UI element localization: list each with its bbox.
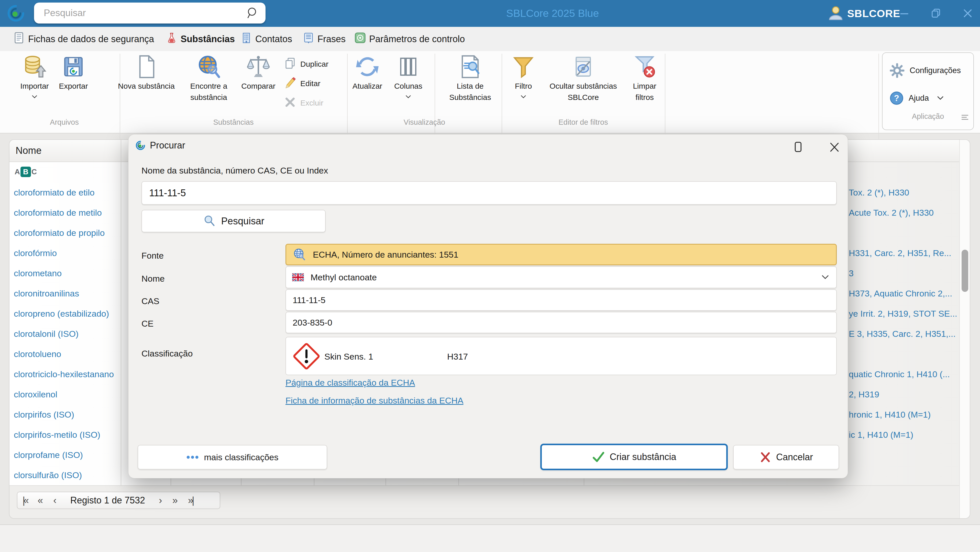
chevron-down-icon — [937, 95, 944, 101]
importar-button[interactable]: Importar — [13, 54, 56, 104]
delete-x-icon — [284, 96, 300, 110]
fonte-label: Fonte — [142, 251, 164, 261]
classificacao-label: Classificação — [142, 349, 192, 358]
tab-substancias[interactable]: Substâncias — [166, 27, 235, 51]
search-icon[interactable] — [245, 6, 258, 20]
restore-button[interactable] — [927, 6, 945, 21]
next-record-button[interactable]: › — [154, 495, 167, 506]
fonte-field[interactable]: ECHA, Número de anunciantes: 1551 — [285, 244, 837, 265]
aplicacao-group: Configurações ? Ajuda Aplicação — [882, 52, 974, 130]
classification-hcode: H317 — [447, 337, 468, 376]
column-divider — [385, 478, 386, 485]
encontre-substancia-button[interactable]: Encontre a substância — [183, 54, 234, 102]
tab-parametros[interactable]: Parâmetros de controlo — [354, 27, 465, 51]
column-divider — [314, 478, 314, 485]
record-pager: |« « ‹ Registo 1 de 7532 › » »| — [17, 492, 220, 509]
ribbon: Importar Exportar Nova substância Encont… — [0, 51, 980, 133]
comparar-button[interactable]: Comparar — [235, 54, 282, 104]
duplicar-button[interactable]: Duplicar — [284, 57, 328, 71]
control-target-icon — [354, 32, 369, 46]
column-divider — [121, 140, 121, 485]
cas-value: 111-11-5 — [293, 295, 326, 305]
fast-next-button[interactable]: » — [167, 495, 183, 506]
ajuda-button[interactable]: ? Ajuda — [889, 91, 944, 106]
chevron-down-icon — [504, 92, 542, 104]
ghs07-pictogram-icon — [293, 343, 320, 371]
scrollbar-thumb[interactable] — [962, 250, 968, 292]
tab-label: Parâmetros de controlo — [369, 34, 465, 44]
dialog-titlebar: Procurar — [135, 140, 185, 151]
refresh-icon — [346, 54, 389, 80]
red-x-icon — [759, 451, 772, 463]
lista-substancias-button[interactable]: Lista de Substâncias — [441, 54, 500, 102]
dialog-maximize-button[interactable] — [792, 141, 804, 155]
import-database-icon — [13, 54, 56, 80]
chevron-down-icon — [13, 92, 56, 104]
classification-box: Skin Sens. 1 H317 — [285, 337, 837, 375]
gear-icon — [889, 63, 905, 78]
column-divider — [584, 478, 584, 485]
column-header-nome[interactable]: Nome — [16, 140, 41, 162]
ce-value: 203-835-0 — [293, 318, 332, 328]
editar-button[interactable]: Editar — [284, 76, 320, 91]
echa-classification-link[interactable]: Página de classificação da ECHA — [285, 378, 415, 388]
first-record-button[interactable]: |« — [18, 495, 32, 506]
clear-filter-icon — [625, 54, 664, 80]
classification-name: Skin Sens. 1 — [325, 337, 373, 376]
exportar-button[interactable]: Exportar — [52, 54, 95, 104]
tab-frases[interactable]: Frases — [302, 27, 345, 51]
global-search-input[interactable] — [43, 7, 245, 19]
svg-text:?: ? — [894, 93, 899, 103]
group-label-arquivos: Arquivos — [9, 118, 120, 127]
dialog-close-button[interactable] — [829, 141, 840, 155]
app-logo-icon — [6, 3, 25, 24]
fast-prev-button[interactable]: « — [32, 495, 48, 506]
nome-value: Methyl octanoate — [310, 273, 377, 282]
user-avatar-icon — [828, 5, 844, 22]
record-counter: Registo 1 de 7532 — [62, 495, 154, 506]
tab-fichas-de-dados[interactable]: Fichas de dados de segurança — [13, 27, 154, 51]
query-input[interactable] — [149, 187, 830, 199]
nome-dropdown[interactable]: Methyl octanoate — [285, 266, 837, 288]
excluir-button: Excluir — [284, 95, 323, 110]
procurar-dialog: Procurar Nome da substância, número CAS,… — [128, 134, 848, 478]
check-icon — [592, 450, 605, 463]
configuracoes-button[interactable]: Configurações — [889, 63, 961, 78]
group-label-editor-filtros: Editor de filtros — [502, 118, 665, 127]
user-account[interactable]: SBLCORE — [828, 5, 900, 22]
limpar-filtros-button[interactable]: Limpar filtros — [625, 54, 664, 102]
cancelar-button[interactable]: Cancelar — [733, 445, 839, 470]
minimize-button[interactable] — [895, 6, 913, 21]
search-icon — [203, 214, 216, 228]
tab-label: Contatos — [255, 34, 292, 44]
group-options-icon[interactable] — [961, 114, 969, 122]
window-title: SBLCore 2025 Blue — [455, 0, 650, 27]
filtro-button[interactable]: Filtro — [504, 54, 542, 104]
globe-search-icon — [183, 54, 234, 80]
module-tabbar: Fichas de dados de segurança Substâncias… — [0, 27, 980, 51]
atualizar-button[interactable]: Atualizar — [346, 54, 389, 104]
pencil-icon — [284, 77, 300, 91]
uk-flag-icon — [292, 273, 304, 281]
ce-field[interactable]: 203-835-0 — [285, 312, 837, 333]
pesquisar-button[interactable]: Pesquisar — [142, 210, 326, 232]
colunas-button[interactable]: Colunas — [389, 54, 427, 104]
phrases-book-icon — [302, 32, 317, 46]
chevron-down-icon — [389, 92, 427, 104]
global-search — [34, 3, 266, 24]
chevron-down-icon[interactable] — [821, 274, 830, 280]
prev-record-button[interactable]: ‹ — [48, 495, 62, 506]
tab-contatos[interactable]: Contatos — [240, 27, 292, 51]
vertical-scrollbar[interactable] — [959, 140, 970, 519]
echa-infocard-link[interactable]: Ficha de informação de substâncias da EC… — [285, 396, 463, 406]
more-classifications-button[interactable]: ••• mais classificações — [138, 445, 327, 470]
list-search-icon — [441, 54, 500, 80]
ocultar-substancias-button[interactable]: Ocultar substâncias SBLCore — [541, 54, 625, 102]
nova-substancia-button[interactable]: Nova substância — [110, 54, 182, 104]
close-button[interactable] — [959, 6, 977, 21]
hide-eye-icon — [541, 54, 625, 80]
last-record-button[interactable]: »| — [183, 495, 198, 506]
group-label-substancias: Substâncias — [120, 118, 347, 127]
cas-field[interactable]: 111-11-5 — [285, 289, 837, 311]
criar-substancia-button[interactable]: Criar substância — [540, 444, 728, 470]
